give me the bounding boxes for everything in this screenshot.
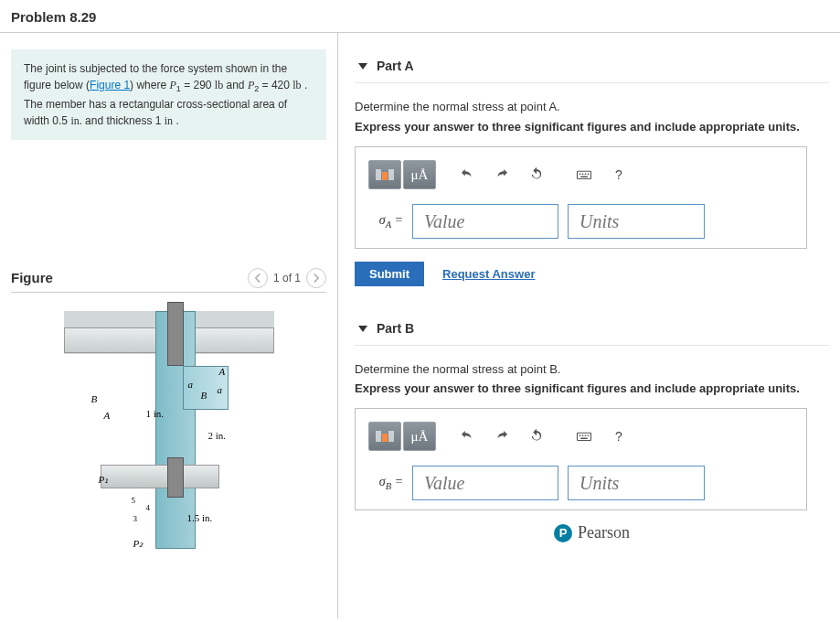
svg-rect-6 xyxy=(578,433,591,440)
problem-title: Problem 8.29 xyxy=(11,9,829,25)
undo-icon xyxy=(459,428,475,445)
figure-prev-button[interactable] xyxy=(248,268,268,288)
help-label: ? xyxy=(615,167,622,182)
part-a-body: Determine the normal stress at point A. … xyxy=(355,83,829,312)
svg-rect-0 xyxy=(578,171,591,178)
svg-rect-4 xyxy=(588,174,590,176)
fig-bolt-bot xyxy=(167,457,184,498)
label-B: B xyxy=(201,390,207,401)
label-15in: 1.5 in. xyxy=(187,512,213,523)
caret-down-icon xyxy=(358,326,367,332)
sigma-b-label: σB = xyxy=(368,475,403,491)
reset-button[interactable] xyxy=(520,160,553,189)
part-a-equation-row: σA = xyxy=(368,204,793,239)
svg-rect-3 xyxy=(585,174,587,176)
figure-image: A B B A a a 1 in. 2 in. 1.5 in. P₁ P₂ 5 … xyxy=(11,311,326,549)
problem-statement: The joint is subjected to the force syst… xyxy=(11,49,326,140)
part-b-body: Determine the normal stress at point B. … xyxy=(355,346,829,518)
figure-block: Figure 1 of 1 xyxy=(11,268,326,549)
stmt-text: ) where xyxy=(130,79,169,91)
label-2in: 2 in. xyxy=(208,430,227,441)
figure-title: Figure xyxy=(11,270,53,285)
part-b-title: Part B xyxy=(377,321,414,336)
svg-rect-7 xyxy=(579,435,581,437)
stmt-text: . xyxy=(173,114,179,127)
keyboard-icon xyxy=(576,428,592,445)
figure-counter: 1 of 1 xyxy=(273,272,301,284)
label-A-left: A xyxy=(104,410,111,421)
part-a-prompt-text: Determine the normal stress at point A. xyxy=(355,100,560,113)
part-a-submit-row: Submit Request Answer xyxy=(355,262,829,286)
label-tri4: 4 xyxy=(146,503,151,512)
caret-down-icon xyxy=(358,63,367,70)
undo-icon xyxy=(459,166,475,183)
redo-icon xyxy=(494,428,510,445)
svg-rect-11 xyxy=(580,438,588,440)
undo-button[interactable] xyxy=(451,160,484,189)
units-picker-button[interactable]: μÅ xyxy=(403,160,436,189)
stmt-text: = 420 xyxy=(259,79,292,91)
part-a-header[interactable]: Part A xyxy=(355,49,829,83)
svg-rect-1 xyxy=(579,174,581,176)
part-a-submit-button[interactable]: Submit xyxy=(355,262,424,286)
brand-text: Pearson xyxy=(578,523,630,542)
part-a-answer-box: μÅ ? xyxy=(355,146,807,249)
part-b-prompt: Determine the normal stress at point B. xyxy=(355,362,829,376)
template-icon xyxy=(376,431,394,442)
redo-button[interactable] xyxy=(485,422,518,451)
label-A: A xyxy=(219,366,226,377)
redo-icon xyxy=(494,166,510,183)
part-a-title: Part A xyxy=(377,59,414,73)
part-b-toolbar: μÅ ? xyxy=(368,422,793,451)
label-tri5: 5 xyxy=(132,496,136,505)
reset-button[interactable] xyxy=(520,422,553,451)
part-a-prompt: Determine the normal stress at point A. xyxy=(355,100,829,114)
part-a-value-input[interactable] xyxy=(412,204,558,239)
right-column: Part A Determine the normal stress at po… xyxy=(338,33,840,618)
chevron-right-icon xyxy=(308,270,324,286)
reset-icon xyxy=(528,166,545,183)
figure-diagram: A B B A a a 1 in. 2 in. 1.5 in. P₁ P₂ 5 … xyxy=(64,311,274,549)
mu-angstrom-label: μÅ xyxy=(411,429,429,445)
var-p1: P xyxy=(169,79,175,91)
stmt-text: and thickness 1 xyxy=(82,114,165,127)
template-input-button[interactable] xyxy=(368,160,401,189)
figure-nav: 1 of 1 xyxy=(248,268,326,288)
figure-header: Figure 1 of 1 xyxy=(11,268,326,293)
label-1in: 1 in. xyxy=(146,408,165,419)
units-picker-button[interactable]: μÅ xyxy=(403,422,436,451)
unit-lb: lb xyxy=(292,79,301,91)
fig-beam-bot xyxy=(101,465,219,488)
undo-button[interactable] xyxy=(451,422,484,451)
label-a2: a xyxy=(218,384,223,395)
part-a-units-input[interactable] xyxy=(568,204,705,239)
redo-button[interactable] xyxy=(485,160,518,189)
keyboard-icon xyxy=(576,166,592,183)
stmt-text: = 290 xyxy=(181,79,215,91)
label-B-arrow: B xyxy=(91,393,98,404)
part-a-request-answer-link[interactable]: Request Answer xyxy=(442,267,535,281)
part-b-units-input[interactable] xyxy=(568,466,705,500)
keyboard-button[interactable] xyxy=(568,422,601,451)
part-b-value-input[interactable] xyxy=(412,466,558,500)
template-input-button[interactable] xyxy=(368,422,401,451)
help-button[interactable]: ? xyxy=(602,422,635,451)
help-label: ? xyxy=(615,429,622,444)
part-b-header[interactable]: Part B xyxy=(355,312,829,346)
help-button[interactable]: ? xyxy=(602,160,635,189)
sigma-a-label: σA = xyxy=(368,213,403,230)
mu-angstrom-label: μÅ xyxy=(411,167,429,183)
label-P1: P₁ xyxy=(99,474,109,486)
figure-link[interactable]: Figure 1 xyxy=(90,79,130,91)
fig-bolt-top xyxy=(167,302,184,366)
figure-next-button[interactable] xyxy=(306,268,326,288)
part-a-toolbar: μÅ ? xyxy=(368,160,793,189)
footer-brand: P Pearson xyxy=(355,518,829,542)
page-header: Problem 8.29 xyxy=(0,0,840,33)
label-P2: P₂ xyxy=(133,538,144,550)
svg-rect-2 xyxy=(582,174,584,176)
main-layout: The joint is subjected to the force syst… xyxy=(0,33,840,618)
stmt-text: and xyxy=(223,79,248,91)
unit-in: in. xyxy=(70,114,81,127)
keyboard-button[interactable] xyxy=(568,160,601,189)
